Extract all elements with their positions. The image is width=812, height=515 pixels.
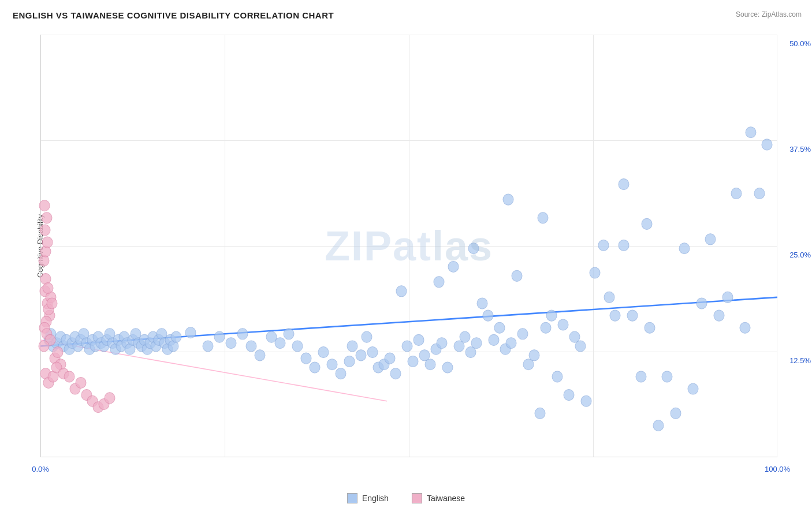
- svg-point-148: [39, 341, 49, 352]
- svg-point-80: [442, 362, 453, 373]
- svg-point-64: [347, 341, 357, 352]
- svg-point-81: [448, 261, 459, 272]
- svg-point-103: [575, 341, 586, 352]
- svg-point-75: [414, 334, 424, 345]
- svg-point-121: [722, 292, 733, 303]
- svg-point-83: [460, 331, 470, 342]
- svg-point-77: [425, 359, 435, 370]
- svg-point-49: [214, 331, 225, 342]
- svg-point-130: [503, 194, 513, 205]
- svg-point-59: [310, 362, 320, 373]
- svg-point-67: [367, 347, 378, 358]
- svg-point-50: [226, 338, 236, 349]
- svg-point-62: [336, 368, 346, 379]
- svg-point-53: [255, 350, 265, 361]
- svg-point-56: [284, 329, 294, 339]
- svg-point-117: [688, 383, 698, 394]
- svg-point-88: [489, 334, 499, 345]
- svg-point-93: [517, 329, 528, 339]
- svg-point-47: [185, 327, 196, 338]
- svg-point-55: [275, 338, 285, 349]
- svg-point-108: [610, 310, 620, 321]
- y-label-375: 37.5%: [789, 145, 811, 154]
- svg-point-57: [292, 341, 303, 352]
- svg-point-86: [477, 298, 487, 309]
- chart-svg: [40, 35, 777, 457]
- svg-point-112: [645, 322, 655, 333]
- svg-point-85: [471, 338, 482, 349]
- svg-point-141: [43, 282, 53, 293]
- svg-point-165: [40, 225, 50, 236]
- svg-point-127: [619, 179, 629, 190]
- svg-point-61: [327, 359, 337, 370]
- svg-point-46: [171, 331, 181, 342]
- svg-point-92: [512, 270, 522, 281]
- x-label-100: 100.0%: [765, 465, 790, 473]
- svg-point-120: [714, 310, 724, 321]
- svg-point-74: [408, 356, 418, 367]
- svg-point-101: [564, 390, 574, 401]
- svg-point-99: [552, 371, 563, 382]
- bottom-legend: English Taiwanese: [347, 493, 465, 503]
- svg-point-164: [42, 237, 53, 248]
- svg-point-156: [76, 377, 86, 388]
- svg-point-125: [754, 188, 765, 199]
- svg-point-58: [301, 353, 311, 364]
- svg-point-89: [494, 322, 505, 333]
- svg-point-139: [47, 298, 57, 309]
- svg-point-131: [468, 243, 479, 254]
- svg-point-96: [535, 408, 545, 419]
- svg-point-60: [318, 347, 329, 358]
- bottom-legend-item-taiwanese: Taiwanese: [412, 493, 465, 503]
- svg-point-91: [506, 338, 516, 349]
- bottom-label-english: English: [362, 494, 389, 503]
- svg-point-72: [396, 286, 407, 297]
- svg-point-48: [203, 341, 213, 352]
- svg-point-146: [53, 347, 63, 358]
- svg-point-65: [356, 350, 366, 361]
- svg-point-51: [237, 329, 248, 339]
- chart-title: ENGLISH VS TAIWANESE COGNITIVE DISABILIT…: [13, 10, 334, 20]
- svg-point-87: [483, 310, 493, 321]
- svg-point-129: [538, 212, 548, 223]
- svg-point-161: [105, 393, 115, 404]
- svg-point-100: [558, 319, 568, 330]
- bottom-swatch-taiwanese: [412, 493, 422, 503]
- svg-point-70: [385, 353, 395, 364]
- svg-point-167: [39, 200, 50, 211]
- svg-point-114: [662, 371, 672, 382]
- svg-point-104: [581, 395, 591, 406]
- svg-point-73: [402, 341, 412, 352]
- svg-point-122: [731, 188, 742, 199]
- svg-point-97: [541, 322, 551, 333]
- svg-point-110: [627, 310, 638, 321]
- bottom-label-taiwanese: Taiwanese: [427, 494, 465, 503]
- svg-point-111: [636, 371, 646, 382]
- svg-point-128: [642, 218, 652, 229]
- svg-point-132: [434, 277, 444, 288]
- svg-point-98: [546, 310, 557, 321]
- svg-point-118: [696, 298, 707, 309]
- svg-point-119: [705, 234, 716, 245]
- y-label-25: 25.0%: [789, 251, 811, 259]
- y-label-50: 50.0%: [789, 39, 811, 48]
- svg-point-109: [619, 240, 629, 251]
- svg-point-106: [598, 240, 609, 251]
- x-label-0: 0.0%: [32, 465, 49, 473]
- svg-point-126: [762, 139, 772, 150]
- svg-point-66: [362, 331, 372, 342]
- svg-point-105: [590, 267, 600, 278]
- svg-point-115: [671, 408, 681, 419]
- svg-point-154: [64, 371, 75, 382]
- svg-point-166: [42, 212, 52, 223]
- y-label-125: 12.5%: [789, 356, 811, 365]
- svg-point-116: [679, 243, 690, 254]
- bottom-legend-item-english: English: [347, 493, 389, 503]
- source-label: Source: ZipAtlas.com: [736, 10, 802, 18]
- svg-point-71: [390, 368, 401, 379]
- svg-point-95: [529, 350, 539, 361]
- svg-point-123: [740, 322, 750, 333]
- svg-point-113: [653, 420, 664, 431]
- svg-point-107: [604, 292, 614, 303]
- svg-point-124: [746, 127, 756, 138]
